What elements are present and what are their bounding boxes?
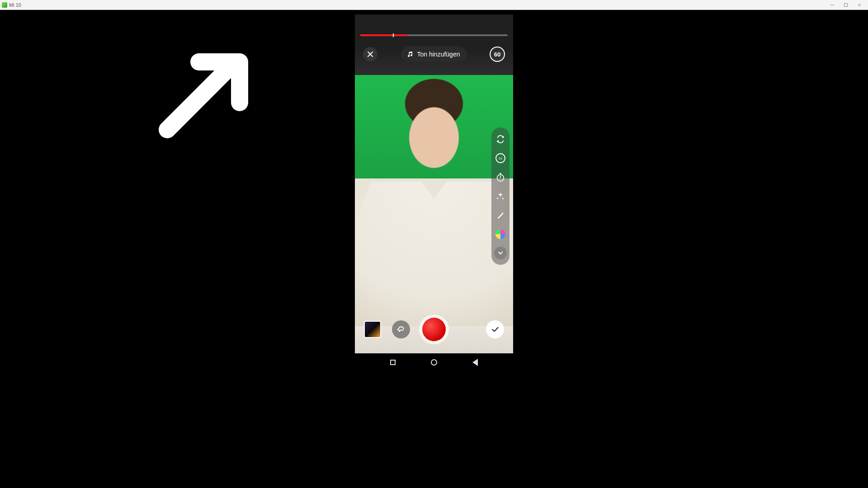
- progress-segment-mark: [393, 33, 394, 37]
- gallery-button[interactable]: [364, 321, 381, 338]
- stopwatch-icon: [495, 172, 505, 182]
- svg-text:1x: 1x: [499, 156, 502, 160]
- nav-home-button[interactable]: [431, 359, 437, 366]
- window-maximize-button[interactable]: [839, 1, 853, 9]
- undo-button[interactable]: [392, 320, 410, 338]
- flip-camera-icon: [495, 134, 505, 144]
- color-wheel-icon: [495, 229, 505, 239]
- record-icon: [422, 318, 446, 341]
- window-minimize-button[interactable]: [826, 1, 839, 9]
- side-tool-rail: 1x: [491, 127, 509, 265]
- check-icon: [491, 325, 500, 334]
- confirm-button[interactable]: [486, 320, 504, 338]
- bottom-controls: [355, 314, 513, 345]
- window-close-button[interactable]: [853, 1, 866, 9]
- chevron-down-icon: [497, 250, 504, 256]
- android-navbar: [355, 353, 513, 371]
- top-controls: Ton hinzufügen 60: [355, 44, 513, 64]
- retouch-button[interactable]: [494, 209, 507, 221]
- record-button[interactable]: [419, 314, 449, 344]
- nav-back-button[interactable]: [472, 359, 478, 366]
- progress-segment: [360, 34, 393, 36]
- progress-segment: [394, 34, 407, 36]
- emulator-window: Mi 10: [0, 0, 868, 488]
- nav-recents-button[interactable]: [390, 360, 396, 365]
- magic-wand-icon: [495, 210, 505, 220]
- annotation-arrow: [149, 48, 249, 139]
- speed-1x-icon: 1x: [495, 153, 506, 164]
- beautify-button[interactable]: [494, 190, 507, 202]
- add-sound-button[interactable]: Ton hinzufügen: [401, 47, 467, 62]
- duration-label: 60: [494, 51, 500, 58]
- sparkle-icon: [495, 191, 505, 201]
- app-icon: [2, 2, 7, 8]
- flip-camera-button[interactable]: [494, 133, 507, 145]
- close-button[interactable]: [363, 47, 377, 61]
- expand-tools-button[interactable]: [494, 247, 507, 259]
- top-overlay: [355, 14, 513, 73]
- speed-button[interactable]: 1x: [494, 152, 507, 164]
- window-title: Mi 10: [9, 2, 21, 8]
- recording-progress-bar[interactable]: [360, 34, 508, 36]
- window-titlebar: Mi 10: [0, 0, 868, 10]
- phone-screen: Ton hinzufügen 60 1x: [355, 14, 513, 371]
- duration-button[interactable]: 60: [490, 47, 505, 62]
- stage: Ton hinzufügen 60 1x: [0, 10, 868, 488]
- music-note-icon: [406, 51, 414, 58]
- svg-rect-0: [844, 3, 848, 6]
- close-icon: [367, 51, 374, 58]
- add-sound-label: Ton hinzufügen: [417, 51, 460, 58]
- filters-button[interactable]: [494, 228, 507, 240]
- undo-icon: [396, 324, 406, 334]
- countdown-button[interactable]: [494, 171, 507, 183]
